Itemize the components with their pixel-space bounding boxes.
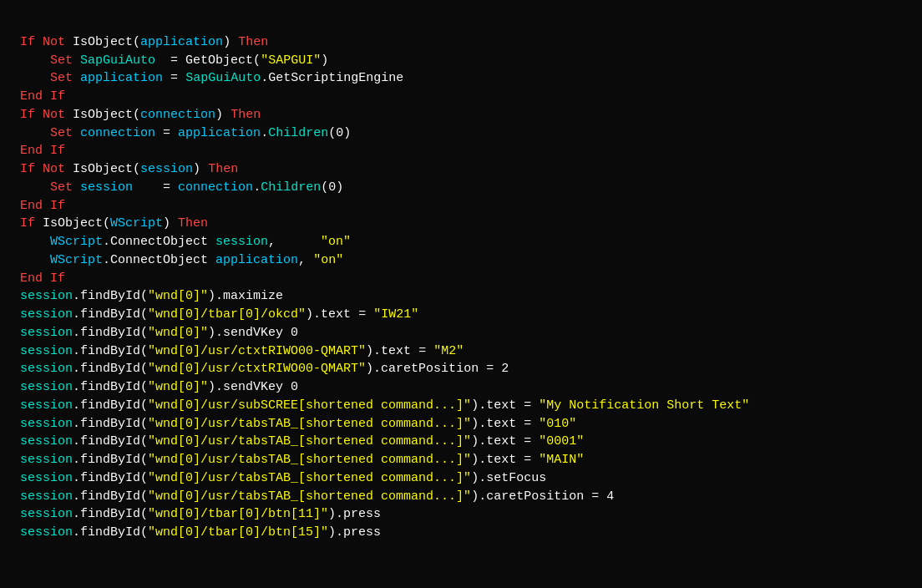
line-14: End If: [20, 271, 65, 286]
line-5: If Not IsObject(connection) Then: [20, 108, 261, 122]
line-16: session.findById("wnd[0]/tbar[0]/okcd").…: [20, 307, 418, 322]
line-7: End If: [20, 144, 65, 158]
line-26: session.findById("wnd[0]/usr/tabsTAB_[sh…: [20, 489, 614, 504]
line-4: End If: [20, 89, 65, 104]
line-24: session.findById("wnd[0]/usr/tabsTAB_[sh…: [20, 453, 584, 467]
line-25: session.findById("wnd[0]/usr/tabsTAB_[sh…: [20, 471, 546, 485]
line-3: Set application = SapGuiAuto.GetScriptin…: [20, 71, 403, 85]
line-8: If Not IsObject(session) Then: [20, 162, 238, 176]
line-19: session.findById("wnd[0]/usr/ctxtRIWO00-…: [20, 362, 509, 376]
line-15: session.findById("wnd[0]").maximize: [20, 289, 283, 303]
line-18: session.findById("wnd[0]/usr/ctxtRIWO00-…: [20, 344, 464, 358]
line-23: session.findById("wnd[0]/usr/tabsTAB_[sh…: [20, 434, 584, 449]
line-13: WScript.ConnectObject application, "on": [20, 253, 343, 267]
line-21: session.findById("wnd[0]/usr/subSCREE[sh…: [20, 398, 749, 413]
line-27: session.findById("wnd[0]/tbar[0]/btn[11]…: [20, 507, 381, 521]
line-20: session.findById("wnd[0]").sendVKey 0: [20, 380, 298, 394]
line-10: End If: [20, 199, 65, 213]
line-17: session.findById("wnd[0]").sendVKey 0: [20, 326, 298, 340]
code-editor: If Not IsObject(application) Then Set Sa…: [20, 15, 902, 542]
line-28: session.findById("wnd[0]/tbar[0]/btn[15]…: [20, 525, 381, 540]
line-12: WScript.ConnectObject session, "on": [20, 235, 351, 249]
line-2: Set SapGuiAuto = GetObject("SAPGUI"): [20, 53, 328, 68]
line-9: Set session = connection.Children(0): [20, 180, 343, 195]
line-22: session.findById("wnd[0]/usr/tabsTAB_[sh…: [20, 417, 576, 431]
line-11: If IsObject(WScript) Then: [20, 216, 208, 231]
line-6: Set connection = application.Children(0): [20, 126, 351, 140]
line-1: If Not IsObject(application) Then: [20, 35, 268, 49]
